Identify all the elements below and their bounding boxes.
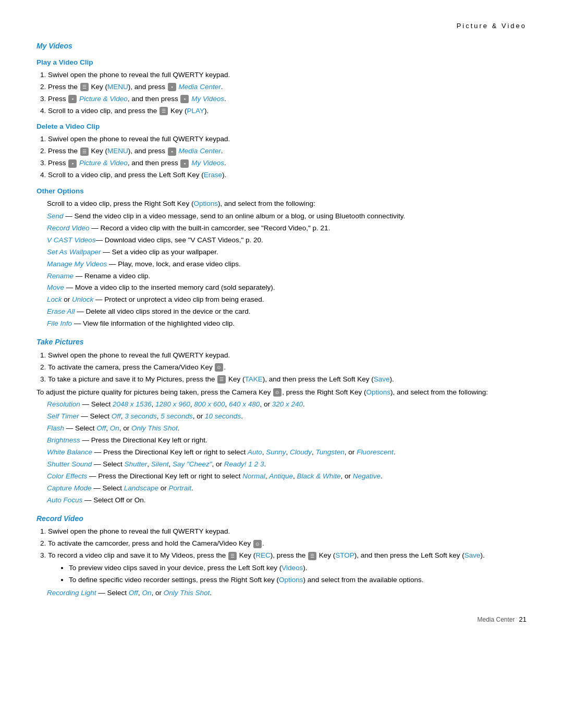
option-resolution: Resolution — Select 2048 x 1536, 1280 x … — [47, 399, 527, 410]
option-erase-all: Erase All — Delete all video clips store… — [47, 306, 527, 317]
list-item: To record a video clip and save it to My… — [48, 550, 527, 586]
stop-key-icon: ☰ — [308, 552, 316, 560]
option-vcast: V CAST Videos— Download video clips, see… — [47, 235, 527, 246]
take-pictures-title: Take Pictures — [36, 337, 527, 348]
header-title: Picture & Video — [457, 22, 527, 30]
camera-key-icon2: ⊙ — [273, 388, 282, 397]
pv-icon2: ▪ — [68, 159, 77, 168]
list-item: Press ▪ Picture & Video, and then press … — [48, 158, 527, 169]
option-lock: Lock or Unlock — Protect or unprotect a … — [47, 294, 527, 305]
other-options-title: Other Options — [36, 186, 527, 197]
option-flash: Flash — Select Off, On, or Only This Sho… — [47, 423, 527, 434]
play-video-clip-title: Play a Video Clip — [36, 57, 527, 68]
play-video-steps: Swivel open the phone to reveal the full… — [36, 70, 527, 117]
pv-icon: ▪ — [68, 95, 77, 103]
footer-text: Media Center — [477, 615, 515, 625]
section-record-video: Record Video Swivel open the phone to re… — [36, 513, 527, 599]
take-pictures-steps: Swivel open the phone to reveal the full… — [36, 350, 527, 385]
adjust-intro: To adjust the picture quality for pictur… — [36, 387, 527, 398]
record-video-steps: Swivel open the phone to reveal the full… — [36, 526, 527, 586]
option-manage: Manage My Videos — Play, move, lock, and… — [47, 259, 527, 270]
list-item: Swivel open the phone to reveal the full… — [48, 526, 527, 537]
media-center-icon2: ▪ — [168, 147, 176, 156]
section-take-pictures: Take Pictures Swivel open the phone to r… — [36, 337, 527, 506]
camera-key-icon: ⊙ — [215, 363, 223, 372]
list-item: Scroll to a video clip, and press the Le… — [48, 170, 527, 181]
delete-video-steps: Swivel open the phone to reveal the full… — [36, 134, 527, 181]
option-color-effects: Color Effects — Press the Directional Ke… — [47, 471, 527, 482]
footer-page: 21 — [519, 614, 527, 625]
option-brightness: Brightness — Press the Directional Key l… — [47, 435, 527, 446]
my-videos-title: My Videos — [36, 41, 527, 52]
option-capture-mode: Capture Mode — Select Landscape or Portr… — [47, 483, 527, 494]
option-self-timer: Self Timer — Select Off, 3 seconds, 5 se… — [47, 411, 527, 422]
record-video-title: Record Video — [36, 513, 527, 525]
list-item: Scroll to a video clip, and press the ☰ … — [48, 106, 527, 117]
option-move: Move — Move a video clip to the inserted… — [47, 282, 527, 293]
option-send: Send — Send the video clip in a video me… — [47, 211, 527, 222]
page-header: Picture & Video — [36, 21, 527, 31]
option-shutter-sound: Shutter Sound — Select Shutter, Silent, … — [47, 459, 527, 470]
delete-video-clip-title: Delete a Video Clip — [36, 121, 527, 132]
other-options-intro: Scroll to a video clip, press the Right … — [47, 199, 527, 209]
menu-key-icon2: ☰ — [80, 147, 89, 156]
take-key-icon: ☰ — [217, 375, 226, 384]
camera-key-icon3: ⊙ — [253, 540, 262, 548]
menu-key-icon: ☰ — [80, 83, 89, 91]
list-item: To activate the camera, press the Camera… — [48, 362, 527, 373]
record-video-bullets: To preview video clips saved in your dev… — [48, 563, 527, 586]
option-wallpaper: Set As Wallpaper — Set a video clip as y… — [47, 247, 527, 258]
mv-icon2: ▪ — [180, 159, 189, 168]
list-item: To define specific video recorder settin… — [69, 575, 527, 586]
option-auto-focus: Auto Focus — Select Off or On. — [47, 495, 527, 506]
list-item: Press ▪ Picture & Video, and then press … — [48, 94, 527, 105]
list-item: To take a picture and save it to My Pict… — [48, 374, 527, 385]
page-footer: Media Center 21 — [36, 614, 527, 625]
option-white-balance: White Balance — Press the Directional Ke… — [47, 447, 527, 458]
list-item: Swivel open the phone to reveal the full… — [48, 350, 527, 361]
rec-key-icon: ☰ — [228, 552, 237, 560]
option-file-info: File Info — View file information of the… — [47, 318, 527, 329]
section-my-videos: My Videos Play a Video Clip Swivel open … — [36, 41, 527, 329]
list-item: To activate the camcorder, press and hol… — [48, 538, 527, 549]
mv-icon: ▪ — [180, 95, 189, 103]
media-center-icon: ▪ — [168, 83, 176, 91]
list-item: To preview video clips saved in your dev… — [69, 563, 527, 574]
play-key-icon: ☰ — [160, 107, 168, 115]
list-item: Swivel open the phone to reveal the full… — [48, 134, 527, 145]
option-rename: Rename — Rename a video clip. — [47, 271, 527, 282]
option-recording-light: Recording Light — Select Off, On, or Onl… — [47, 588, 527, 599]
list-item: Swivel open the phone to reveal the full… — [48, 70, 527, 81]
option-record-video: Record Video — Record a video clip with … — [47, 223, 527, 234]
list-item: Press the ☰ Key (MENU), and press ▪ Medi… — [48, 82, 527, 93]
list-item: Press the ☰ Key (MENU), and press ▪ Medi… — [48, 146, 527, 157]
